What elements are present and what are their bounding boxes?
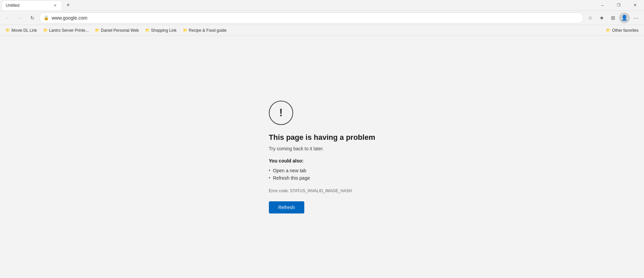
error-icon: !	[269, 101, 293, 125]
error-also-label: You could also:	[269, 158, 304, 163]
folder-icon: 📁	[5, 28, 10, 32]
browser-window: Untitled ✕ + ─ ❐ ✕ ← → ↻ 🔒 www.google.co…	[0, 0, 644, 278]
menu-icon: ⋯	[634, 15, 639, 21]
tab-title: Untitled	[6, 3, 50, 8]
refresh-nav-button[interactable]: ↻	[27, 12, 38, 23]
folder-icon: 📁	[43, 28, 48, 32]
forward-button[interactable]: →	[15, 12, 26, 23]
folder-icon: 📁	[183, 28, 188, 32]
lock-icon: 🔒	[44, 15, 49, 20]
navigation-bar: ← → ↻ 🔒 www.google.com ☆ ★ ⊞ 👤	[0, 11, 644, 25]
favorite-recipe-food-guide[interactable]: 📁 Recipe & Food guide	[180, 26, 229, 34]
favorite-label: Shopping Link	[151, 28, 177, 33]
suggestion-text: Refresh this page	[273, 175, 310, 181]
address-bar[interactable]: 🔒 www.google.com	[39, 12, 583, 23]
other-favorites-button[interactable]: 📁 Other favorites	[603, 26, 641, 34]
refresh-button[interactable]: Refresh	[269, 201, 304, 213]
folder-icon: 📁	[95, 28, 100, 32]
favorite-shopping-link[interactable]: 📁 Shopping Link	[142, 26, 179, 34]
suggestion-text: Open a new tab	[273, 168, 306, 173]
tab-bar: Untitled ✕ +	[1, 0, 595, 10]
reading-list-button[interactable]: ★	[596, 12, 607, 23]
other-favorites-label: Other favorites	[612, 28, 639, 33]
favorite-movie-dl-link[interactable]: 📁 Movie DL Link	[3, 26, 40, 34]
suggestion-refresh-page: Refresh this page	[269, 174, 310, 182]
favorite-lantro-server[interactable]: 📁 Lantro Server Printe...	[40, 26, 91, 34]
favorite-label: Recipe & Food guide	[189, 28, 227, 33]
favorite-label: Movie DL Link	[11, 28, 37, 33]
error-suggestions-list: Open a new tab Refresh this page	[269, 167, 310, 182]
favorite-daniel-personal-web[interactable]: 📁 Daniel Personal Web	[92, 26, 142, 34]
suggestion-open-new-tab: Open a new tab	[269, 167, 310, 174]
collections-icon: ⊞	[611, 15, 615, 21]
active-tab[interactable]: Untitled ✕	[1, 0, 62, 10]
other-folder-icon: 📁	[606, 28, 611, 32]
address-text: www.google.com	[52, 15, 579, 21]
error-code: Error code: STATUS_INVALID_IMAGE_HASH	[269, 188, 352, 193]
nav-actions: ☆ ★ ⊞ 👤 ⋯	[585, 12, 641, 23]
profile-button[interactable]: 👤	[619, 12, 630, 23]
favorites-icon: ★	[599, 15, 604, 21]
close-button[interactable]: ✕	[627, 0, 643, 11]
error-subtitle: Try coming back to it later.	[269, 146, 324, 151]
star-icon: ☆	[588, 15, 592, 21]
profile-icon: 👤	[621, 15, 628, 21]
restore-button[interactable]: ❐	[611, 0, 626, 11]
error-container: ! This page is having a problem Try comi…	[255, 87, 389, 227]
forward-icon: →	[18, 15, 23, 21]
tab-close-button[interactable]: ✕	[52, 3, 58, 8]
favorite-label: Lantro Server Printe...	[49, 28, 89, 33]
collections-button[interactable]: ⊞	[608, 12, 618, 23]
new-tab-button[interactable]: +	[63, 1, 73, 10]
error-title: This page is having a problem	[269, 133, 375, 142]
favorite-label: Daniel Personal Web	[101, 28, 139, 33]
page-content: ! This page is having a problem Try comi…	[0, 36, 644, 278]
minimize-button[interactable]: ─	[595, 0, 610, 11]
back-button[interactable]: ←	[3, 12, 13, 23]
menu-button[interactable]: ⋯	[631, 12, 641, 23]
refresh-icon: ↻	[30, 15, 34, 21]
window-controls: ─ ❐ ✕	[595, 0, 643, 11]
back-icon: ←	[6, 15, 10, 21]
folder-icon: 📁	[145, 28, 150, 32]
title-bar: Untitled ✕ + ─ ❐ ✕	[0, 0, 644, 11]
favorites-star-button[interactable]: ☆	[585, 12, 595, 23]
favorites-bar: 📁 Movie DL Link 📁 Lantro Server Printe..…	[0, 25, 644, 36]
